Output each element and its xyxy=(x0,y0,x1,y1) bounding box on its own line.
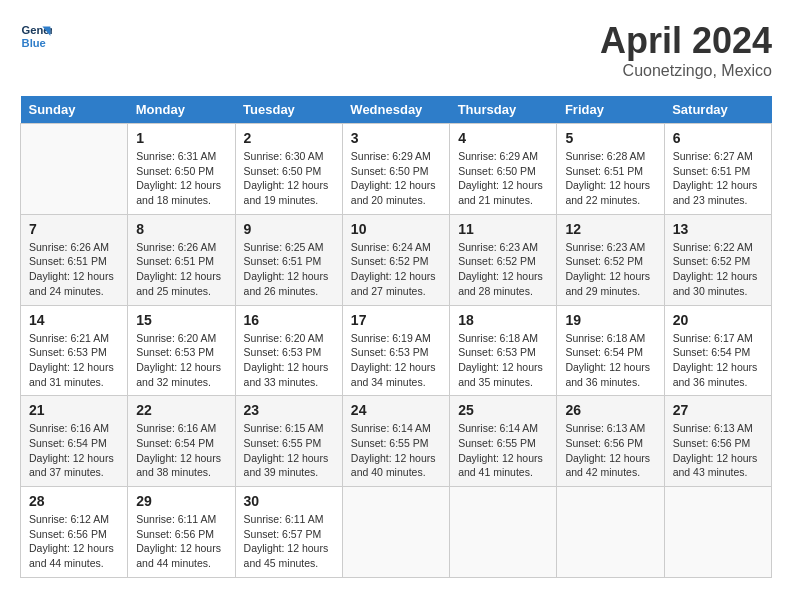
day-cell: 2Sunrise: 6:30 AMSunset: 6:50 PMDaylight… xyxy=(235,124,342,215)
day-number: 16 xyxy=(244,312,334,328)
location: Cuonetzingo, Mexico xyxy=(600,62,772,80)
day-cell: 13Sunrise: 6:22 AMSunset: 6:52 PMDayligh… xyxy=(664,214,771,305)
day-cell xyxy=(342,487,449,578)
day-info: Sunrise: 6:27 AMSunset: 6:51 PMDaylight:… xyxy=(673,149,763,208)
day-info: Sunrise: 6:23 AMSunset: 6:52 PMDaylight:… xyxy=(458,240,548,299)
day-info: Sunrise: 6:17 AMSunset: 6:54 PMDaylight:… xyxy=(673,331,763,390)
day-cell: 22Sunrise: 6:16 AMSunset: 6:54 PMDayligh… xyxy=(128,396,235,487)
day-number: 26 xyxy=(565,402,655,418)
day-cell xyxy=(450,487,557,578)
day-number: 13 xyxy=(673,221,763,237)
day-number: 2 xyxy=(244,130,334,146)
col-friday: Friday xyxy=(557,96,664,124)
day-number: 20 xyxy=(673,312,763,328)
day-cell: 3Sunrise: 6:29 AMSunset: 6:50 PMDaylight… xyxy=(342,124,449,215)
day-number: 5 xyxy=(565,130,655,146)
day-number: 23 xyxy=(244,402,334,418)
week-row-2: 7Sunrise: 6:26 AMSunset: 6:51 PMDaylight… xyxy=(21,214,772,305)
day-info: Sunrise: 6:26 AMSunset: 6:51 PMDaylight:… xyxy=(29,240,119,299)
day-cell: 28Sunrise: 6:12 AMSunset: 6:56 PMDayligh… xyxy=(21,487,128,578)
title-block: April 2024 Cuonetzingo, Mexico xyxy=(600,20,772,80)
day-info: Sunrise: 6:29 AMSunset: 6:50 PMDaylight:… xyxy=(351,149,441,208)
day-info: Sunrise: 6:22 AMSunset: 6:52 PMDaylight:… xyxy=(673,240,763,299)
day-info: Sunrise: 6:28 AMSunset: 6:51 PMDaylight:… xyxy=(565,149,655,208)
day-number: 1 xyxy=(136,130,226,146)
day-cell: 12Sunrise: 6:23 AMSunset: 6:52 PMDayligh… xyxy=(557,214,664,305)
day-cell: 24Sunrise: 6:14 AMSunset: 6:55 PMDayligh… xyxy=(342,396,449,487)
header-row: Sunday Monday Tuesday Wednesday Thursday… xyxy=(21,96,772,124)
day-number: 12 xyxy=(565,221,655,237)
day-cell: 30Sunrise: 6:11 AMSunset: 6:57 PMDayligh… xyxy=(235,487,342,578)
day-number: 28 xyxy=(29,493,119,509)
day-info: Sunrise: 6:26 AMSunset: 6:51 PMDaylight:… xyxy=(136,240,226,299)
day-cell: 15Sunrise: 6:20 AMSunset: 6:53 PMDayligh… xyxy=(128,305,235,396)
day-number: 19 xyxy=(565,312,655,328)
day-info: Sunrise: 6:11 AMSunset: 6:57 PMDaylight:… xyxy=(244,512,334,571)
day-cell: 7Sunrise: 6:26 AMSunset: 6:51 PMDaylight… xyxy=(21,214,128,305)
day-cell: 16Sunrise: 6:20 AMSunset: 6:53 PMDayligh… xyxy=(235,305,342,396)
day-info: Sunrise: 6:14 AMSunset: 6:55 PMDaylight:… xyxy=(351,421,441,480)
day-cell xyxy=(557,487,664,578)
day-info: Sunrise: 6:19 AMSunset: 6:53 PMDaylight:… xyxy=(351,331,441,390)
day-info: Sunrise: 6:20 AMSunset: 6:53 PMDaylight:… xyxy=(244,331,334,390)
week-row-1: 1Sunrise: 6:31 AMSunset: 6:50 PMDaylight… xyxy=(21,124,772,215)
calendar-table: Sunday Monday Tuesday Wednesday Thursday… xyxy=(20,96,772,578)
month-title: April 2024 xyxy=(600,20,772,62)
logo: General Blue xyxy=(20,20,52,52)
day-cell: 18Sunrise: 6:18 AMSunset: 6:53 PMDayligh… xyxy=(450,305,557,396)
col-saturday: Saturday xyxy=(664,96,771,124)
day-number: 27 xyxy=(673,402,763,418)
day-number: 8 xyxy=(136,221,226,237)
day-cell xyxy=(664,487,771,578)
day-number: 29 xyxy=(136,493,226,509)
logo-icon: General Blue xyxy=(20,20,52,52)
day-number: 30 xyxy=(244,493,334,509)
day-number: 21 xyxy=(29,402,119,418)
day-cell: 5Sunrise: 6:28 AMSunset: 6:51 PMDaylight… xyxy=(557,124,664,215)
day-number: 11 xyxy=(458,221,548,237)
day-info: Sunrise: 6:24 AMSunset: 6:52 PMDaylight:… xyxy=(351,240,441,299)
day-info: Sunrise: 6:18 AMSunset: 6:53 PMDaylight:… xyxy=(458,331,548,390)
day-cell: 6Sunrise: 6:27 AMSunset: 6:51 PMDaylight… xyxy=(664,124,771,215)
day-info: Sunrise: 6:20 AMSunset: 6:53 PMDaylight:… xyxy=(136,331,226,390)
day-number: 24 xyxy=(351,402,441,418)
day-info: Sunrise: 6:15 AMSunset: 6:55 PMDaylight:… xyxy=(244,421,334,480)
day-cell: 29Sunrise: 6:11 AMSunset: 6:56 PMDayligh… xyxy=(128,487,235,578)
week-row-3: 14Sunrise: 6:21 AMSunset: 6:53 PMDayligh… xyxy=(21,305,772,396)
day-info: Sunrise: 6:13 AMSunset: 6:56 PMDaylight:… xyxy=(565,421,655,480)
week-row-5: 28Sunrise: 6:12 AMSunset: 6:56 PMDayligh… xyxy=(21,487,772,578)
col-thursday: Thursday xyxy=(450,96,557,124)
day-number: 17 xyxy=(351,312,441,328)
day-info: Sunrise: 6:23 AMSunset: 6:52 PMDaylight:… xyxy=(565,240,655,299)
col-monday: Monday xyxy=(128,96,235,124)
day-cell: 17Sunrise: 6:19 AMSunset: 6:53 PMDayligh… xyxy=(342,305,449,396)
day-number: 22 xyxy=(136,402,226,418)
day-number: 14 xyxy=(29,312,119,328)
day-info: Sunrise: 6:14 AMSunset: 6:55 PMDaylight:… xyxy=(458,421,548,480)
day-cell: 1Sunrise: 6:31 AMSunset: 6:50 PMDaylight… xyxy=(128,124,235,215)
day-number: 15 xyxy=(136,312,226,328)
day-cell: 8Sunrise: 6:26 AMSunset: 6:51 PMDaylight… xyxy=(128,214,235,305)
day-cell: 9Sunrise: 6:25 AMSunset: 6:51 PMDaylight… xyxy=(235,214,342,305)
day-cell: 27Sunrise: 6:13 AMSunset: 6:56 PMDayligh… xyxy=(664,396,771,487)
day-info: Sunrise: 6:16 AMSunset: 6:54 PMDaylight:… xyxy=(136,421,226,480)
day-info: Sunrise: 6:31 AMSunset: 6:50 PMDaylight:… xyxy=(136,149,226,208)
day-number: 10 xyxy=(351,221,441,237)
day-info: Sunrise: 6:13 AMSunset: 6:56 PMDaylight:… xyxy=(673,421,763,480)
day-number: 25 xyxy=(458,402,548,418)
day-number: 6 xyxy=(673,130,763,146)
day-info: Sunrise: 6:21 AMSunset: 6:53 PMDaylight:… xyxy=(29,331,119,390)
day-info: Sunrise: 6:18 AMSunset: 6:54 PMDaylight:… xyxy=(565,331,655,390)
day-number: 3 xyxy=(351,130,441,146)
svg-text:Blue: Blue xyxy=(22,37,46,49)
day-number: 4 xyxy=(458,130,548,146)
day-info: Sunrise: 6:12 AMSunset: 6:56 PMDaylight:… xyxy=(29,512,119,571)
col-tuesday: Tuesday xyxy=(235,96,342,124)
day-cell: 26Sunrise: 6:13 AMSunset: 6:56 PMDayligh… xyxy=(557,396,664,487)
page-header: General Blue April 2024 Cuonetzingo, Mex… xyxy=(20,20,772,80)
day-number: 7 xyxy=(29,221,119,237)
day-cell: 19Sunrise: 6:18 AMSunset: 6:54 PMDayligh… xyxy=(557,305,664,396)
day-cell: 23Sunrise: 6:15 AMSunset: 6:55 PMDayligh… xyxy=(235,396,342,487)
day-cell: 14Sunrise: 6:21 AMSunset: 6:53 PMDayligh… xyxy=(21,305,128,396)
day-info: Sunrise: 6:11 AMSunset: 6:56 PMDaylight:… xyxy=(136,512,226,571)
